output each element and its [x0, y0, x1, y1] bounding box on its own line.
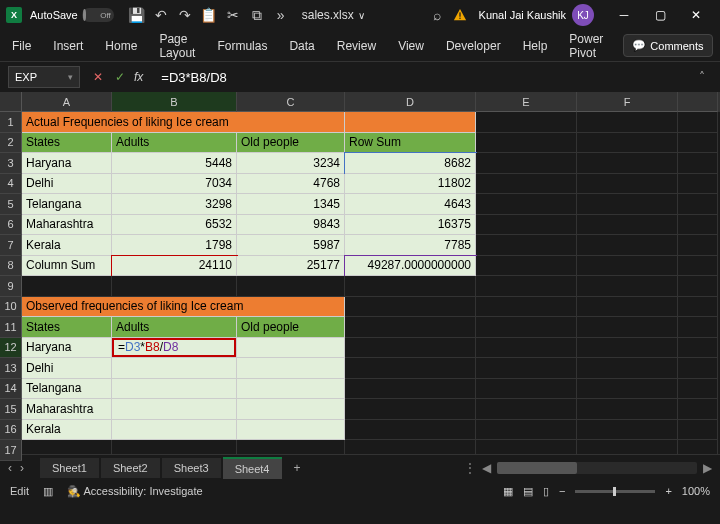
cell[interactable] [112, 399, 237, 420]
row-header[interactable]: 7 [0, 235, 22, 256]
cell[interactable] [345, 112, 476, 133]
cell[interactable]: Delhi [22, 358, 112, 379]
cell[interactable]: Telangana [22, 194, 112, 215]
cell[interactable]: Maharashtra [22, 215, 112, 236]
tab-insert[interactable]: Insert [51, 35, 85, 57]
col-header[interactable]: B [112, 92, 237, 112]
cell-b8[interactable]: 24110 [112, 256, 237, 277]
col-header[interactable]: E [476, 92, 577, 112]
view-normal-icon[interactable]: ▦ [503, 485, 513, 498]
cell[interactable] [237, 379, 345, 400]
cell-d3[interactable]: 8682 [345, 153, 476, 174]
cell[interactable]: Adults [112, 317, 237, 338]
cell[interactable]: 4643 [345, 194, 476, 215]
cell[interactable] [237, 338, 345, 359]
tab-page-layout[interactable]: Page Layout [157, 28, 197, 64]
view-pagebreak-icon[interactable]: ▯ [543, 485, 549, 498]
row-header[interactable]: 10 [0, 297, 22, 318]
tab-developer[interactable]: Developer [444, 35, 503, 57]
col-header[interactable]: D [345, 92, 476, 112]
cell[interactable]: States [22, 133, 112, 154]
user-account[interactable]: Kunal Jai Kaushik KJ [479, 4, 594, 26]
zoom-in-icon[interactable]: + [665, 485, 671, 497]
tab-help[interactable]: Help [521, 35, 550, 57]
cell[interactable]: Old people [237, 317, 345, 338]
add-sheet-button[interactable]: + [284, 457, 311, 479]
prev-sheet-icon[interactable]: ‹ [8, 461, 12, 475]
cut-icon[interactable]: ✂ [226, 8, 240, 22]
tab-view[interactable]: View [396, 35, 426, 57]
cell-b12-editing[interactable]: =D3*B8/D8 [112, 338, 237, 359]
cell[interactable]: 7785 [345, 235, 476, 256]
cell[interactable]: 25177 [237, 256, 345, 277]
next-sheet-icon[interactable]: › [20, 461, 24, 475]
select-all-button[interactable] [0, 92, 22, 112]
tab-review[interactable]: Review [335, 35, 378, 57]
formula-input[interactable]: =D3*B8/D8 [153, 66, 686, 88]
tab-power-pivot[interactable]: Power Pivot [567, 28, 605, 64]
col-header[interactable]: C [237, 92, 345, 112]
close-button[interactable]: ✕ [678, 0, 714, 30]
stats-icon[interactable]: ▥ [43, 485, 53, 498]
row-header[interactable]: 13 [0, 358, 22, 379]
cell[interactable]: Telangana [22, 379, 112, 400]
sheet-tab[interactable]: Sheet1 [40, 458, 99, 478]
cell[interactable]: 16375 [345, 215, 476, 236]
accessibility-status[interactable]: 🕵 Accessibility: Investigate [67, 485, 203, 498]
cell[interactable]: Maharashtra [22, 399, 112, 420]
cell[interactable]: Actual Frequencies of liking Ice cream [22, 112, 345, 133]
row-header[interactable]: 3 [0, 153, 22, 174]
cell[interactable]: Row Sum [345, 133, 476, 154]
row-header[interactable]: 1 [0, 112, 22, 133]
cell[interactable]: Haryana [22, 338, 112, 359]
expand-formula-icon[interactable]: ˄ [692, 70, 712, 84]
cell[interactable]: 5448 [112, 153, 237, 174]
cell[interactable] [237, 420, 345, 441]
cell[interactable] [112, 420, 237, 441]
row-header[interactable]: 11 [0, 317, 22, 338]
row-header[interactable]: 6 [0, 215, 22, 236]
file-name[interactable]: sales.xlsx∨ [302, 8, 365, 22]
col-header[interactable]: A [22, 92, 112, 112]
scroll-left-icon[interactable]: ◀ [482, 461, 491, 475]
tab-formulas[interactable]: Formulas [215, 35, 269, 57]
cell[interactable]: 9843 [237, 215, 345, 236]
cell[interactable]: 5987 [237, 235, 345, 256]
cell[interactable]: Delhi [22, 174, 112, 195]
row-header[interactable]: 12 [0, 338, 22, 359]
cell[interactable]: 1798 [112, 235, 237, 256]
col-header[interactable] [678, 92, 718, 112]
zoom-slider[interactable] [575, 490, 655, 493]
minimize-button[interactable]: ─ [606, 0, 642, 30]
row-header[interactable]: 16 [0, 420, 22, 441]
maximize-button[interactable]: ▢ [642, 0, 678, 30]
sheet-tab[interactable]: Sheet2 [101, 458, 160, 478]
search-icon[interactable]: ⌕ [433, 7, 441, 23]
row-header[interactable]: 17 [0, 440, 22, 461]
redo-icon[interactable]: ↷ [178, 8, 192, 22]
cell[interactable]: 3298 [112, 194, 237, 215]
cell[interactable]: 11802 [345, 174, 476, 195]
undo-icon[interactable]: ↶ [154, 8, 168, 22]
row-header[interactable]: 14 [0, 379, 22, 400]
row-header[interactable]: 4 [0, 174, 22, 195]
cell[interactable]: Column Sum [22, 256, 112, 277]
fx-icon[interactable]: fx [134, 70, 143, 84]
zoom-out-icon[interactable]: − [559, 485, 565, 497]
warning-icon[interactable] [453, 8, 467, 22]
more-icon[interactable]: » [274, 8, 288, 22]
row-header[interactable]: 5 [0, 194, 22, 215]
view-pagelayout-icon[interactable]: ▤ [523, 485, 533, 498]
zoom-level[interactable]: 100% [682, 485, 710, 497]
cell[interactable]: Old people [237, 133, 345, 154]
cell[interactable]: 6532 [112, 215, 237, 236]
cell[interactable]: Haryana [22, 153, 112, 174]
spreadsheet-grid[interactable]: 1 2 3 4 5 6 7 8 9 10 11 12 13 14 15 16 1… [0, 92, 720, 454]
cell[interactable] [476, 112, 577, 133]
autosave-toggle[interactable]: AutoSave Off [30, 8, 114, 22]
copy-icon[interactable]: ⧉ [250, 8, 264, 22]
comments-button[interactable]: 💬 Comments [623, 34, 712, 57]
row-header[interactable]: 15 [0, 399, 22, 420]
cell[interactable] [237, 358, 345, 379]
cell[interactable]: 4768 [237, 174, 345, 195]
